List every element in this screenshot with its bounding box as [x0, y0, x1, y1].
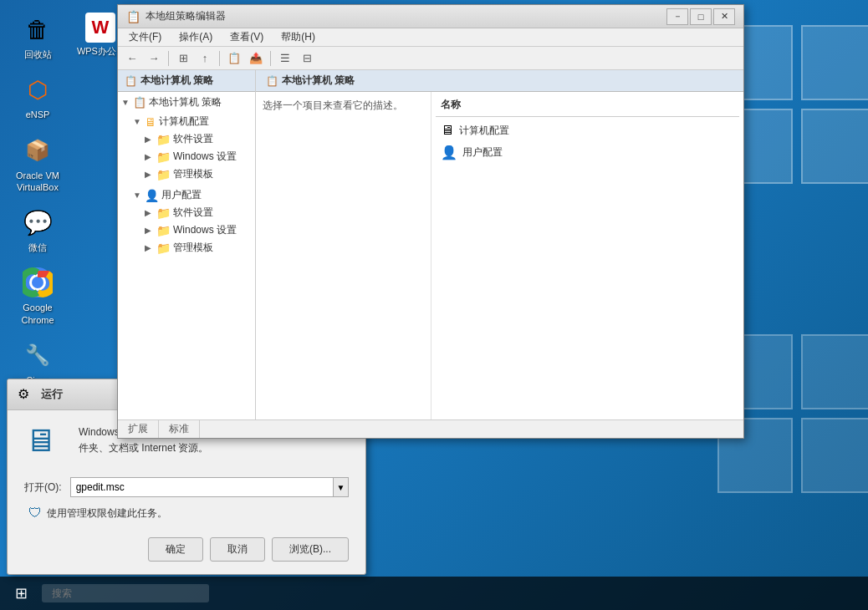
- tree-uadmin-expand: ▶: [145, 243, 156, 252]
- tree-sw-expand: ▶: [145, 135, 156, 144]
- menu-file[interactable]: 文件(F): [122, 28, 168, 46]
- tree-computer-label: 计算机配置: [159, 114, 209, 129]
- gpe-menubar: 文件(F) 操作(A) 查看(V) 帮助(H): [118, 28, 743, 47]
- list-computer-label: 计算机配置: [459, 124, 509, 138]
- tree-windows-settings[interactable]: ▶ 📁 Windows 设置: [141, 148, 255, 165]
- toolbar-properties[interactable]: 📋: [224, 49, 244, 68]
- toolbar-view1[interactable]: ☰: [275, 49, 295, 68]
- tree-computer-config: ▼ 🖥 计算机配置 ▶ 📁 软件设置: [130, 111, 255, 185]
- tree-user-config: ▼ 👤 用户配置 ▶ 📁 软件设置: [130, 185, 255, 258]
- tree-user-sw[interactable]: ▶ 📁 软件设置: [141, 204, 255, 221]
- tree-user-win[interactable]: ▶ 📁 Windows 设置: [141, 221, 255, 239]
- tree-computer-icon: 🖥: [145, 115, 156, 129]
- toolbar-sep1: [168, 51, 169, 66]
- run-input-row: 打开(O): ▼: [24, 477, 349, 497]
- tree-header-label: 本地计算机 策略: [140, 74, 213, 88]
- tree-admin-icon: 📁: [156, 168, 171, 181]
- desktop-icon-google-chrome[interactable]: GoogleChrome: [8, 262, 67, 330]
- tree-win-icon: 📁: [156, 150, 171, 164]
- close-button[interactable]: ✕: [713, 8, 735, 25]
- tree-user-admin[interactable]: ▶ 📁 管理模板: [141, 239, 255, 257]
- tree-user-config-row[interactable]: ▼ 👤 用户配置: [130, 186, 255, 204]
- menu-help[interactable]: 帮助(H): [274, 28, 322, 46]
- gpe-description-text: 选择一个项目来查看它的描述。: [263, 99, 403, 111]
- run-title-text: 运行: [41, 387, 63, 402]
- tree-root-expand: ▼: [121, 98, 133, 107]
- gpe-description-panel: 选择一个项目来查看它的描述。: [256, 92, 431, 419]
- gpe-content: 📋 本地计算机 策略 ▼ 📋 本地计算机 策略 ▼: [118, 70, 743, 419]
- run-input-label: 打开(O):: [24, 480, 62, 495]
- menu-view[interactable]: 查看(V): [223, 28, 270, 46]
- tree-win-expand: ▶: [145, 152, 156, 161]
- toolbar-back[interactable]: ←: [122, 49, 142, 68]
- run-input-dropdown-arrow[interactable]: ▼: [333, 478, 348, 496]
- shield-icon: 🛡: [28, 506, 42, 521]
- tree-root: ▼ 📋 本地计算机 策略 ▼ 🖥 计算机配置: [118, 92, 255, 260]
- ensp-label: eNSP: [26, 109, 50, 120]
- desktop-icon-wechat[interactable]: 💬 微信: [8, 201, 67, 257]
- tree-uadmin-icon: 📁: [156, 241, 171, 255]
- taskbar: ⊞: [0, 577, 868, 610]
- gpe-right-content: 选择一个项目来查看它的描述。 名称 🖥 计算机配置 👤 用户配置: [256, 92, 743, 419]
- run-browse-button[interactable]: 浏览(B)...: [272, 537, 349, 562]
- minimize-button[interactable]: －: [666, 8, 688, 25]
- tree-computer-expand: ▼: [133, 117, 145, 126]
- recycle-bin-icon: 🗑: [21, 13, 54, 46]
- taskbar-search[interactable]: [42, 584, 209, 602]
- tree-sw-label: 软件设置: [173, 132, 213, 146]
- desktop: 🗑 回收站 ⬡ eNSP 📦 Oracle VM VirtualBox 💬 微信: [0, 0, 868, 610]
- gpe-list-panel: 名称 🖥 计算机配置 👤 用户配置: [431, 92, 743, 419]
- toolbar-show-tree[interactable]: ⊞: [173, 49, 193, 68]
- tree-usw-expand: ▶: [145, 208, 156, 217]
- toolbar-view2[interactable]: ⊟: [297, 49, 317, 68]
- run-input-field[interactable]: [71, 479, 333, 496]
- gpe-tree-header: 📋 本地计算机 策略: [118, 70, 255, 92]
- tree-software-settings[interactable]: ▶ 📁 软件设置: [141, 130, 255, 148]
- tree-admin-label: 管理模板: [173, 167, 213, 181]
- gpe-list-item-user[interactable]: 👤 用户配置: [436, 141, 739, 164]
- right-header-icon: 📋: [266, 75, 278, 87]
- tree-root-row[interactable]: ▼ 📋 本地计算机 策略: [118, 94, 255, 111]
- oracle-vm-icon: 📦: [21, 134, 54, 167]
- desktop-icon-ensp[interactable]: ⬡ eNSP: [8, 69, 67, 125]
- maximize-button[interactable]: □: [690, 8, 712, 25]
- tree-root-icon: 📋: [133, 96, 146, 109]
- list-computer-icon: 🖥: [441, 123, 454, 138]
- wechat-label: 微信: [28, 241, 47, 253]
- toolbar-export[interactable]: 📤: [246, 49, 266, 68]
- taskbar-start-button[interactable]: ⊞: [0, 577, 42, 610]
- run-input-combo: ▼: [70, 477, 349, 497]
- gpe-list-header: 名称: [436, 96, 739, 117]
- cisco-icon: 🔧: [21, 338, 54, 372]
- list-user-icon: 👤: [441, 145, 457, 160]
- svg-point-2: [32, 277, 43, 288]
- tree-admin-expand: ▶: [145, 170, 156, 179]
- run-title-icon: ⚙: [18, 386, 34, 403]
- right-header-label: 本地计算机 策略: [282, 74, 355, 88]
- gpe-title-text: 本地组策略编辑器: [146, 9, 666, 23]
- status-tab-standard[interactable]: 标准: [159, 420, 200, 438]
- tree-computer-config-row[interactable]: ▼ 🖥 计算机配置: [130, 113, 255, 130]
- status-tab-expand[interactable]: 扩展: [118, 420, 159, 438]
- toolbar-folder-up[interactable]: ↑: [195, 49, 215, 68]
- toolbar-forward[interactable]: →: [144, 49, 164, 68]
- run-cancel-button[interactable]: 取消: [210, 537, 265, 562]
- tree-admin-templates[interactable]: ▶ 📁 管理模板: [141, 165, 255, 183]
- gpe-tree-panel: 📋 本地计算机 策略 ▼ 📋 本地计算机 策略 ▼: [118, 70, 256, 419]
- desktop-icon-recycle-bin[interactable]: 🗑 回收站: [8, 8, 67, 64]
- run-ok-button[interactable]: 确定: [148, 537, 203, 562]
- tree-user-icon: 👤: [145, 189, 159, 202]
- gpe-col-name: 名称: [436, 96, 553, 114]
- menu-action[interactable]: 操作(A): [172, 28, 219, 46]
- ensp-icon: ⬡: [21, 73, 54, 106]
- tree-sw-icon: 📁: [156, 133, 171, 146]
- run-shield-row: 🛡 使用管理权限创建此任务。: [24, 506, 349, 521]
- wps-icon: W: [85, 13, 115, 43]
- tree-uadmin-label: 管理模板: [173, 241, 213, 255]
- desktop-icon-oracle-vm[interactable]: 📦 Oracle VM VirtualBox: [8, 130, 67, 198]
- tree-usw-label: 软件设置: [173, 206, 213, 220]
- run-buttons: 确定 取消 浏览(B)...: [24, 533, 349, 562]
- google-chrome-label: GoogleChrome: [21, 302, 54, 326]
- gpe-list-item-computer[interactable]: 🖥 计算机配置: [436, 119, 739, 141]
- list-user-label: 用户配置: [462, 145, 503, 160]
